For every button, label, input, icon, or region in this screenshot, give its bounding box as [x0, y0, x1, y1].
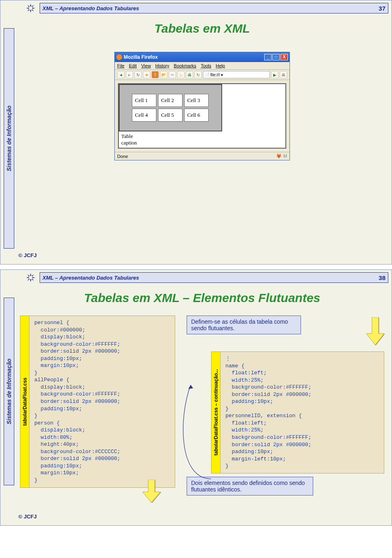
arrow-curve-icon [174, 377, 215, 483]
arrow-down-icon [143, 480, 160, 504]
cell: Cell 4 [132, 109, 156, 122]
page-canvas: Cell 1 Cell 2 Cell 3 Cell 4 Cell 5 Cell … [118, 83, 286, 149]
code-tab-label: tabularDataFloat.css [21, 378, 28, 426]
svg-marker-18 [188, 385, 193, 389]
table-container: Cell 1 Cell 2 Cell 3 Cell 4 Cell 5 Cell … [119, 84, 222, 131]
code-tab-1: tabularDataFloat.css [20, 316, 29, 487]
svg-marker-8 [30, 273, 31, 276]
logo-icon [24, 3, 37, 13]
svg-marker-14 [27, 278, 30, 281]
status-bar: Done 🦊 M [115, 152, 290, 160]
folder-icon[interactable]: f [151, 71, 159, 78]
note-2: Dois elementos sendo definidos como send… [187, 477, 313, 496]
forward-icon[interactable]: ► [126, 71, 133, 78]
titlebar: XML – Apresentando Dados Tabulares 38 [40, 272, 388, 283]
breadcrumb: XML – Apresentando Dados Tabulares [42, 275, 139, 281]
code-tab-2: tabularDataFloat.css – continuação... [212, 352, 220, 473]
refresh-icon[interactable]: ↻ [194, 71, 202, 78]
svg-marker-0 [30, 4, 31, 7]
arrow-down-icon [366, 317, 384, 347]
url-text: file:/// [210, 73, 220, 77]
logo-icon [24, 272, 37, 283]
window-title: Mozilla Firefox [116, 54, 158, 60]
svg-marker-12 [27, 274, 30, 277]
code-body-1: personnel { color:#000000; display:block… [29, 316, 125, 487]
code-box-2: tabularDataFloat.css – continuação... ⋮ … [211, 351, 384, 474]
window-titlebar: Mozilla Firefox _ □ X [115, 52, 290, 62]
titlebar: XML – Apresentando Dados Tabulares 37 [40, 3, 388, 13]
menu-bar: File Edit View History Bookmarks Tools H… [115, 62, 290, 70]
status-icons: 🦊 M [276, 153, 287, 159]
close-button[interactable]: X [281, 54, 288, 60]
cell: Cell 3 [184, 94, 209, 107]
svg-marker-17 [366, 317, 384, 345]
go-icon[interactable]: ▶ [271, 71, 278, 78]
sidebar-label: Sistemas de Informação [6, 358, 12, 424]
svg-marker-4 [27, 5, 30, 7]
code-body-2: ⋮ name { float:left; width:25%; backgrou… [220, 352, 316, 473]
svg-marker-5 [31, 5, 34, 7]
maximize-button[interactable]: □ [272, 54, 280, 60]
mail-icon: M [283, 153, 287, 159]
note-1: Definem-se as células da tabela como sen… [187, 316, 301, 334]
menu-help[interactable]: Help [216, 63, 225, 68]
cell: Cell 2 [158, 94, 183, 107]
svg-marker-3 [32, 7, 35, 9]
topbar: XML – Apresentando Dados Tabulares 37 [24, 3, 388, 13]
breadcrumb: XML – Apresentando Dados Tabulares [42, 5, 139, 11]
cell: Cell 1 [132, 94, 156, 107]
menu-bookmarks[interactable]: Bookmarks [174, 63, 196, 68]
code-box-1: tabularDataFloat.css personnel { color:#… [20, 316, 175, 488]
print-icon[interactable]: 🖶 [186, 71, 193, 78]
printer-icon[interactable]: 🖶 [280, 71, 287, 78]
code-tab-label: tabularDataFloat.css – continuação... [212, 369, 219, 456]
svg-marker-1 [30, 9, 31, 13]
svg-marker-13 [31, 274, 34, 277]
right-column: Definem-se as células da tabela como sen… [187, 316, 384, 496]
toolbar: ◄ ► ↻ ★ f 📂 ✂ ⌂ 🖶 ↻ 📄 file:/// ▾ ▶ 🖶 [115, 70, 290, 80]
page-number: 38 [379, 274, 385, 281]
svg-marker-2 [26, 7, 29, 9]
reload-icon[interactable]: ↻ [134, 71, 142, 78]
menu-view[interactable]: View [141, 63, 151, 68]
footer: © JCFJ [18, 252, 37, 258]
content-area: Tabelas em XML Mozilla Firefox _ □ X Fil… [16, 16, 388, 261]
slide-37: XML – Apresentando Dados Tabulares 37 Si… [0, 0, 392, 265]
svg-marker-7 [31, 9, 34, 11]
topbar: XML – Apresentando Dados Tabulares 38 [24, 272, 388, 283]
svg-marker-6 [27, 9, 30, 11]
table-caption: Table caption [119, 131, 285, 148]
firefox-icon: 🦊 [276, 153, 282, 159]
status-text: Done [117, 154, 128, 159]
minimize-button[interactable]: _ [264, 54, 272, 60]
menu-edit[interactable]: Edit [129, 63, 137, 68]
svg-marker-9 [30, 279, 31, 282]
url-bar[interactable]: 📄 file:/// ▾ [203, 71, 270, 78]
cut-icon[interactable]: ✂ [169, 71, 176, 78]
window-buttons: _ □ X [264, 54, 288, 60]
slide-38: XML – Apresentando Dados Tabulares 38 Si… [0, 269, 392, 526]
firefox-window: Mozilla Firefox _ □ X File Edit View His… [114, 52, 290, 160]
sidebar: Sistemas de Informação [4, 28, 14, 249]
back-icon[interactable]: ◄ [117, 71, 125, 78]
star-icon[interactable]: ★ [143, 71, 150, 78]
slide-grid: tabularDataFloat.css personnel { color:#… [20, 316, 384, 496]
slide-title: Tabelas em XML – Elementos Flutuantes [20, 291, 384, 305]
table-grid: Cell 1 Cell 2 Cell 3 Cell 4 Cell 5 Cell … [132, 94, 209, 122]
sidebar-label: Sistemas de Informação [6, 105, 12, 171]
svg-marker-10 [26, 277, 29, 278]
svg-marker-15 [31, 278, 34, 281]
menu-file[interactable]: File [117, 63, 125, 68]
home-icon[interactable]: ⌂ [177, 71, 185, 78]
viewport: Cell 1 Cell 2 Cell 3 Cell 4 Cell 5 Cell … [115, 80, 290, 152]
menu-history[interactable]: History [155, 63, 169, 68]
svg-marker-11 [32, 277, 35, 278]
content-area: Tabelas em XML – Elementos Flutuantes ta… [16, 285, 388, 522]
slide-title: Tabelas em XML [20, 22, 384, 36]
page-number: 37 [379, 5, 385, 12]
svg-marker-16 [143, 480, 160, 502]
open-icon[interactable]: 📂 [160, 71, 167, 78]
cell: Cell 5 [158, 109, 183, 122]
sidebar: Sistemas de Informação [4, 298, 14, 485]
menu-tools[interactable]: Tools [201, 63, 212, 68]
